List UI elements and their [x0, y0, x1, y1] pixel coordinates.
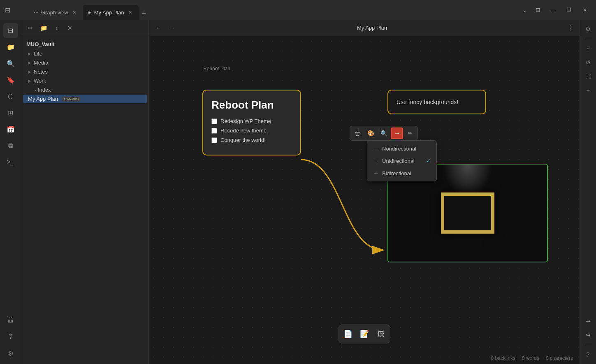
unidirectional-label: Unidirectional	[382, 158, 415, 164]
tree-label-my-app-plan: My App Plan	[28, 96, 58, 102]
color-button[interactable]: 🎨	[364, 128, 377, 139]
fancy-backgrounds-card[interactable]: Use fancy backgrounds!	[387, 90, 486, 114]
forward-button[interactable]: →	[167, 23, 177, 33]
nondirectional-icon: —	[373, 145, 379, 152]
canvas-badge: CANVAS	[62, 97, 80, 102]
split-view-icon[interactable]: ⊟	[533, 5, 543, 15]
new-card-canvas-button[interactable]: 📝	[357, 327, 372, 341]
sidebar-item-file-explorer[interactable]: 📁	[3, 39, 18, 54]
tab-my-app-plan-label: My App Plan	[94, 9, 124, 16]
direction-option-unidirectional[interactable]: → Unidirectional ✓	[367, 155, 436, 167]
bidirectional-icon: ↔	[373, 170, 379, 176]
canvas-content[interactable]: Reboot Plan Reboot Plan Redesign WP Them…	[149, 36, 580, 364]
bidirectional-label: Bidirectional	[382, 170, 411, 176]
characters-count: 0 characters	[546, 355, 573, 361]
direction-dropdown: — Nondirectional → Unidirectional ✓ ↔ Bi…	[367, 140, 437, 181]
checkbox-recode[interactable]: Recode new theme.	[211, 128, 292, 134]
maximize-button[interactable]: ❐	[563, 5, 575, 14]
unidirectional-icon: →	[373, 158, 379, 164]
close-button[interactable]: ✕	[579, 5, 591, 14]
unidirectional-check: ✓	[427, 158, 431, 164]
my-app-plan-tab-icon: ⊞	[88, 9, 92, 15]
sidebar-item-settings[interactable]: ⚙	[3, 346, 18, 361]
delete-edge-button[interactable]: 🗑	[351, 128, 364, 139]
words-count: 0 words	[522, 355, 539, 361]
redo-button[interactable]: ↪	[582, 329, 594, 341]
new-note-canvas-button[interactable]: 📄	[341, 327, 355, 341]
direction-option-nondirectional[interactable]: — Nondirectional	[367, 142, 436, 155]
tree-label-index: - Index	[35, 87, 51, 93]
tab-graph-view[interactable]: ⋯ Graph view ✕	[29, 5, 83, 20]
back-button[interactable]: ←	[154, 23, 164, 33]
checkbox-conquer-input[interactable]	[211, 137, 217, 143]
tree-label-media: Media	[34, 60, 48, 66]
tab-graph-view-close[interactable]: ✕	[71, 9, 78, 16]
reboot-card-title: Reboot Plan	[211, 99, 292, 111]
sidebar-item-help[interactable]: ?	[3, 329, 18, 344]
minimize-button[interactable]: —	[546, 5, 559, 14]
tree-item-media[interactable]: ▶ Media	[23, 58, 147, 67]
new-note-button[interactable]: ✏	[25, 22, 36, 34]
sidebar-item-terminal[interactable]: >_	[3, 155, 18, 169]
checkbox-recode-label: Recode new theme.	[220, 128, 268, 134]
sort-button[interactable]: ↕	[51, 22, 63, 34]
right-separator-1	[584, 39, 592, 39]
tab-my-app-plan[interactable]: ⊞ My App Plan ✕	[83, 5, 139, 20]
checkbox-redesign-input[interactable]	[211, 118, 217, 124]
file-tree: ✏ 📁 ↕ ✕ MUO_Vault ▶ Life ▶ Media ▶ Notes…	[21, 20, 149, 364]
title-bar-right: ⌄ ⊟ — ❐ ✕	[515, 5, 596, 15]
sidebar-item-plugins[interactable]: ⊞	[3, 105, 18, 120]
sidebar-icons: ⊟ 📁 🔍 🔖 ⬡ ⊞ 📅 ⧉ >_ 🏛 ? ⚙	[0, 20, 21, 364]
right-separator-2	[584, 345, 592, 345]
zoom-out-button[interactable]: −	[582, 84, 594, 97]
direction-option-bidirectional[interactable]: ↔ Bidirectional	[367, 167, 436, 179]
tree-label-notes: Notes	[34, 69, 48, 75]
sidebar-item-vault[interactable]: 🏛	[3, 313, 18, 328]
tree-item-notes[interactable]: ▶ Notes	[23, 67, 147, 76]
dropdown-icon[interactable]: ⌄	[520, 5, 530, 15]
new-folder-button[interactable]: 📁	[38, 22, 49, 34]
undo-button[interactable]: ↩	[582, 315, 594, 327]
edit-edge-button[interactable]: ✏	[404, 128, 416, 139]
sidebar-item-graph[interactable]: ⬡	[3, 89, 18, 104]
tab-my-app-plan-close[interactable]: ✕	[127, 9, 134, 16]
collapse-button[interactable]: ✕	[64, 22, 76, 34]
reset-zoom-button[interactable]: ↺	[582, 56, 594, 69]
tree-arrow-life: ▶	[28, 51, 31, 56]
reboot-plan-card[interactable]: Reboot Plan Reboot Plan Redesign WP Them…	[202, 90, 301, 155]
checkbox-redesign-label: Redesign WP Theme	[220, 118, 271, 124]
sidebar-item-files[interactable]: ⊟	[3, 23, 18, 38]
canvas-help-button[interactable]: ?	[582, 348, 594, 361]
canvas-menu-button[interactable]: ⋮	[567, 23, 575, 32]
direction-button[interactable]: →	[391, 128, 403, 139]
tree-arrow-media: ▶	[28, 60, 31, 65]
toggle-sidebar-icon[interactable]: ⊟	[3, 5, 12, 16]
tree-item-work[interactable]: ▶ Work	[23, 77, 147, 85]
sidebar-item-calendar[interactable]: 📅	[3, 122, 18, 137]
tree-label-work: Work	[34, 78, 46, 84]
fullscreen-button[interactable]: ⛶	[582, 70, 594, 83]
zoom-to-edge-button[interactable]: 🔍	[378, 128, 390, 139]
tree-item-index[interactable]: - Index	[23, 86, 147, 94]
picture-frame	[441, 192, 494, 234]
add-tab-button[interactable]: +	[139, 8, 150, 20]
title-bar-left: ⊟	[0, 5, 29, 16]
bottom-toolbar: 📄 📝 🖼	[339, 325, 390, 343]
tree-label-life: Life	[34, 51, 42, 57]
title-bar: ⊟ ⋯ Graph view ✕ ⊞ My App Plan ✕ + ⌄ ⊟ —…	[0, 0, 596, 20]
tabs-area: ⋯ Graph view ✕ ⊞ My App Plan ✕ +	[29, 0, 515, 20]
tree-arrow-work: ▶	[28, 79, 31, 83]
tree-item-my-app-plan[interactable]: My App Plan CANVAS	[23, 95, 147, 103]
sidebar-item-copies[interactable]: ⧉	[3, 138, 18, 153]
checkbox-redesign[interactable]: Redesign WP Theme	[211, 118, 292, 124]
sidebar-item-bookmarks[interactable]: 🔖	[3, 72, 18, 87]
canvas-title: My App Plan	[180, 25, 564, 31]
checkbox-recode-input[interactable]	[211, 128, 217, 134]
checkbox-conquer[interactable]: Conquer the world!	[211, 137, 292, 143]
canvas-settings-button[interactable]: ⚙	[582, 23, 594, 35]
zoom-in-button[interactable]: +	[582, 42, 594, 55]
new-media-canvas-button[interactable]: 🖼	[373, 327, 388, 341]
sidebar-item-search[interactable]: 🔍	[3, 56, 18, 71]
tree-item-life[interactable]: ▶ Life	[23, 49, 147, 58]
edge-toolbar: 🗑 🎨 🔍 → ✏	[350, 126, 418, 141]
